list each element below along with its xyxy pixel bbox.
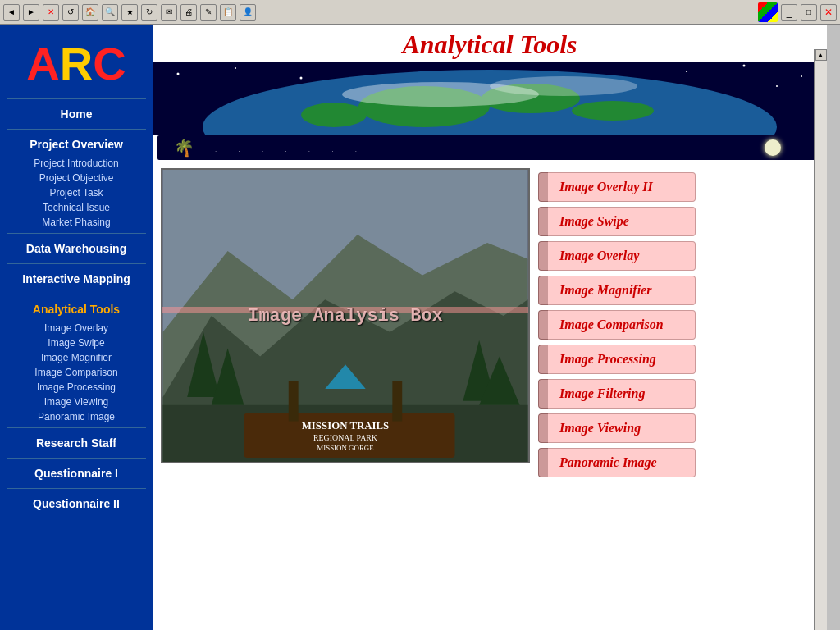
nav-divider-3 (7, 233, 146, 234)
print-button[interactable]: 🖨 (180, 4, 197, 21)
mail-button[interactable]: ✉ (161, 4, 177, 21)
tool-btn-label-panoramic-image: Panoramic Image (548, 448, 696, 477)
tool-btn-image-swipe[interactable]: Image Swipe (538, 207, 819, 236)
sidebar-item-home[interactable]: Home (0, 103, 153, 126)
tool-btn-label-image-filtering: Image Filtering (548, 379, 696, 409)
scrollbar-right[interactable]: ▲ ▼ (814, 49, 827, 630)
page-title: Analytical Tools (153, 30, 827, 60)
minimize-button[interactable]: _ (781, 4, 797, 21)
sidebar-item-interactive-mapping[interactable]: Interactive Mapping (0, 267, 153, 290)
content-area: Analytical Tools (153, 25, 827, 630)
forward-button[interactable]: ► (23, 4, 39, 21)
tool-btn-tab (538, 448, 548, 477)
sidebar-subitem-image-processing[interactable]: Image Processing (0, 380, 153, 395)
tool-btn-image-viewing[interactable]: Image Viewing (538, 413, 819, 443)
image-analysis-box[interactable]: MISSION TRAILS REGIONAL PARK MISSION GOR… (161, 168, 530, 463)
image-box-label: Image Analysis Box (248, 306, 443, 326)
tool-btn-tab (538, 310, 548, 340)
tool-btn-tab (538, 345, 548, 374)
browser-toolbar: ◄ ► ✕ ↺ 🏠 🔍 ★ ↻ ✉ 🖨 ✎ 📋 👤 _ □ ✕ (0, 0, 840, 25)
tool-btn-image-processing[interactable]: Image Processing (538, 345, 819, 374)
svg-point-9 (235, 67, 236, 69)
sidebar-subitem-image-viewing[interactable]: Image Viewing (0, 395, 153, 409)
search-button[interactable]: 🔍 (102, 4, 118, 21)
close-button[interactable]: ✕ (820, 4, 837, 21)
svg-rect-21 (392, 381, 402, 421)
sidebar-item-questionnaire-i[interactable]: Questionnaire I (0, 462, 153, 485)
nav-divider-7 (7, 458, 146, 459)
stars-decoration: · · · · · · · · · · · · · · · · · · · · … (215, 140, 814, 155)
sidebar-subitem-image-overlay[interactable]: Image Overlay (0, 321, 153, 336)
tool-btn-label-image-processing: Image Processing (548, 345, 696, 374)
tool-btn-label-image-magnifier: Image Magnifier (548, 276, 696, 305)
tool-btn-panoramic-image[interactable]: Panoramic Image (538, 448, 819, 477)
logo-c: C (93, 38, 126, 89)
back-button[interactable]: ◄ (3, 4, 20, 21)
maximize-button[interactable]: □ (801, 4, 817, 21)
space-banner: 🌴 · · · · · · · · · · · · · · · · · · · … (158, 135, 822, 160)
svg-text:MISSION GORGE: MISSION GORGE (317, 444, 373, 452)
nav-divider-5 (7, 294, 146, 294)
svg-point-5 (572, 101, 654, 121)
sidebar-item-project-objective[interactable]: Project Objective (0, 171, 153, 185)
scroll-up-button[interactable]: ▲ (815, 49, 827, 61)
svg-point-14 (776, 85, 778, 87)
globe-area (153, 62, 827, 135)
sidebar-item-project-overview[interactable]: Project Overview (0, 133, 153, 156)
svg-text:REGIONAL PARK: REGIONAL PARK (313, 433, 378, 442)
palm-tree-icon: 🌴 (174, 138, 194, 158)
svg-point-8 (177, 73, 180, 75)
tool-btn-tab (538, 413, 548, 443)
sidebar-subitem-image-swipe[interactable]: Image Swipe (0, 336, 153, 350)
tool-btn-tab (538, 241, 548, 271)
tool-btn-tab (538, 276, 548, 305)
sidebar-item-market-phasing[interactable]: Market Phasing (0, 215, 153, 230)
tool-btn-image-comparison[interactable]: Image Comparison (538, 310, 819, 340)
globe-svg (153, 62, 827, 135)
refresh2-button[interactable]: ↻ (141, 4, 158, 21)
tool-btn-image-overlay[interactable]: Image Overlay (538, 241, 819, 271)
tool-btn-image-filtering[interactable]: Image Filtering (538, 379, 819, 409)
refresh-button[interactable]: ↺ (62, 4, 79, 21)
sidebar-item-analytical-tools[interactable]: Analytical Tools (0, 298, 153, 321)
scroll-track (815, 61, 827, 630)
svg-point-11 (686, 71, 687, 72)
favorites-button[interactable]: ★ (121, 4, 138, 21)
nav-divider-2 (7, 129, 146, 130)
svg-text:MISSION TRAILS: MISSION TRAILS (302, 420, 389, 431)
nav-divider-6 (7, 427, 146, 428)
sidebar-item-questionnaire-ii[interactable]: Questionnaire II (0, 492, 153, 515)
svg-point-13 (801, 75, 802, 77)
sidebar-item-data-warehousing[interactable]: Data Warehousing (0, 237, 153, 260)
sidebar-subitem-image-comparison[interactable]: Image Comparison (0, 365, 153, 380)
sidebar-item-technical-issue[interactable]: Technical Issue (0, 200, 153, 215)
tool-btn-image-overlay-ii[interactable]: Image Overlay II (538, 172, 819, 202)
tool-btn-tab (538, 379, 548, 409)
svg-point-10 (300, 77, 303, 80)
nav-divider-1 (7, 98, 146, 99)
sidebar-subitem-panoramic-image[interactable]: Panoramic Image (0, 409, 153, 424)
svg-rect-20 (289, 381, 299, 421)
tool-btn-label-image-comparison: Image Comparison (548, 310, 696, 340)
buttons-panel: Image Overlay II Image Swipe Image Overl… (538, 168, 819, 477)
tool-btn-label-image-viewing: Image Viewing (548, 413, 696, 443)
sidebar: ARC Home Project Overview Project Introd… (0, 25, 153, 630)
svg-point-4 (301, 103, 367, 127)
home-button[interactable]: 🏠 (82, 4, 98, 21)
clipboard-button[interactable]: 📋 (220, 4, 236, 21)
windows-logo (758, 2, 778, 22)
sidebar-item-project-task[interactable]: Project Task (0, 185, 153, 200)
moon-icon (765, 139, 781, 156)
user-button[interactable]: 👤 (240, 4, 256, 21)
logo-a: A (26, 38, 59, 89)
tool-btn-label-image-overlay: Image Overlay (548, 241, 696, 271)
sidebar-item-project-introduction[interactable]: Project Introduction (0, 156, 153, 171)
svg-point-12 (743, 65, 746, 67)
tool-btn-image-magnifier[interactable]: Image Magnifier (538, 276, 819, 305)
sidebar-subitem-image-magnifier[interactable]: Image Magnifier (0, 350, 153, 365)
tool-btn-tab (538, 207, 548, 236)
nav-divider-8 (7, 488, 146, 489)
edit-button[interactable]: ✎ (200, 4, 217, 21)
sidebar-item-research-staff[interactable]: Research Staff (0, 431, 153, 454)
stop-button[interactable]: ✕ (43, 4, 59, 21)
